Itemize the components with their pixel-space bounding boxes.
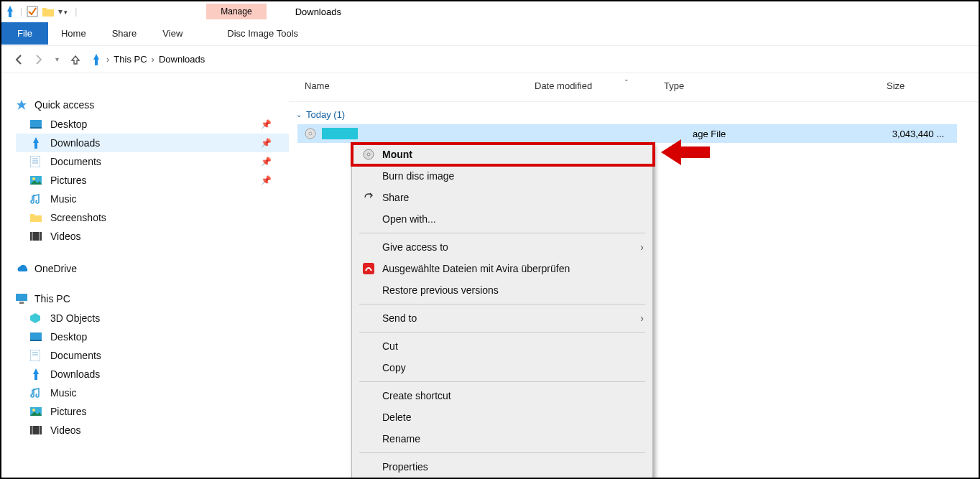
- file-name-selection: [322, 128, 358, 139]
- share-icon: [361, 192, 376, 203]
- sidebar-item-desktop[interactable]: Desktop 📌: [16, 115, 289, 134]
- sidebar-item-label: Documents: [50, 350, 101, 361]
- menu-item-mount[interactable]: Mount: [352, 144, 652, 165]
- download-arrow-icon: [30, 368, 43, 380]
- sidebar-item-pc-pictures[interactable]: Pictures: [16, 402, 289, 421]
- chevron-right-icon[interactable]: ›: [106, 54, 109, 65]
- ribbon-tab-home[interactable]: Home: [48, 22, 99, 45]
- sidebar-item-label: Documents: [50, 156, 101, 167]
- menu-separator: [359, 233, 645, 233]
- svg-rect-10: [32, 232, 33, 241]
- navigation-pane: Quick access Desktop 📌 Downloads 📌 Docum…: [1, 73, 289, 478]
- sidebar-item-documents[interactable]: Documents 📌: [16, 152, 289, 171]
- svg-point-25: [309, 132, 312, 135]
- column-header-name[interactable]: Name: [297, 78, 527, 94]
- chevron-right-icon[interactable]: ›: [152, 54, 154, 65]
- qat-overflow-icon[interactable]: ▾: [58, 6, 68, 17]
- download-arrow-icon: [91, 54, 102, 65]
- svg-rect-23: [39, 426, 40, 434]
- ribbon-tab-share[interactable]: Share: [99, 22, 150, 45]
- group-today[interactable]: ⌄ Today (1): [289, 102, 979, 124]
- disc-icon: [361, 149, 376, 160]
- 3d-objects-icon: [30, 313, 43, 323]
- sidebar-item-label: Videos: [50, 424, 81, 436]
- column-header-size[interactable]: Size: [879, 78, 951, 94]
- ribbon-contextual-tab-manage[interactable]: Manage: [206, 4, 266, 19]
- onedrive-icon: [16, 264, 29, 273]
- quick-access-toolbar: | ▾ |: [1, 6, 84, 17]
- qat-checkbox-icon[interactable]: [27, 6, 38, 17]
- ribbon-tab-view[interactable]: View: [149, 22, 195, 45]
- sidebar-item-pc-videos[interactable]: Videos: [16, 421, 289, 440]
- desktop-icon: [30, 120, 43, 129]
- context-menu: Mount Burn disc image Share Open with...…: [351, 143, 653, 478]
- thispc-header[interactable]: This PC: [16, 289, 289, 309]
- documents-icon: [30, 350, 43, 361]
- videos-icon: [30, 426, 43, 434]
- breadcrumb-bar[interactable]: › This PC › Downloads: [91, 54, 970, 65]
- menu-item-rename[interactable]: Rename: [352, 428, 652, 450]
- sidebar-item-screenshots[interactable]: Screenshots: [16, 208, 289, 227]
- back-button[interactable]: [10, 50, 29, 69]
- sidebar-item-pc-documents[interactable]: Documents: [16, 346, 289, 365]
- download-arrow-icon: [30, 137, 43, 149]
- sidebar-item-music[interactable]: Music: [16, 190, 289, 208]
- file-row[interactable]: age File 3,043,440 ...: [297, 124, 957, 143]
- menu-item-avira[interactable]: Ausgewählte Dateien mit Avira überprüfen: [352, 258, 652, 279]
- column-header-date[interactable]: Date modified ⌄: [527, 78, 657, 94]
- menu-separator: [359, 381, 645, 382]
- menu-item-shortcut[interactable]: Create shortcut: [352, 385, 652, 406]
- menu-item-openwith[interactable]: Open with...: [352, 208, 652, 230]
- menu-separator: [359, 332, 645, 332]
- menu-item-share[interactable]: Share: [352, 187, 652, 208]
- svg-rect-15: [30, 340, 42, 341]
- quick-access-header[interactable]: Quick access: [16, 95, 289, 115]
- pin-icon: 📌: [261, 157, 272, 167]
- recent-locations-button[interactable]: ▾: [47, 50, 66, 69]
- sidebar-item-pc-downloads[interactable]: Downloads: [16, 365, 289, 383]
- sort-indicator-icon: ⌄: [624, 75, 629, 83]
- menu-item-burn[interactable]: Burn disc image: [352, 165, 652, 187]
- sidebar-item-3dobjects[interactable]: 3D Objects: [16, 309, 289, 327]
- thispc-label: This PC: [34, 293, 70, 304]
- svg-rect-11: [39, 232, 40, 241]
- menu-item-giveaccess[interactable]: Give access to›: [352, 236, 652, 258]
- menu-item-restore[interactable]: Restore previous versions: [352, 279, 652, 301]
- breadcrumb-this-pc[interactable]: This PC: [114, 54, 147, 65]
- sidebar-item-label: Videos: [50, 231, 81, 242]
- svg-point-27: [367, 153, 370, 156]
- svg-rect-3: [30, 156, 40, 167]
- folder-icon: [30, 213, 43, 222]
- ribbon-tabs: File Home Share View Disc Image Tools: [1, 22, 979, 46]
- menu-item-copy[interactable]: Copy: [352, 357, 652, 378]
- sidebar-item-label: Downloads: [50, 137, 100, 149]
- sidebar-item-pictures[interactable]: Pictures 📌: [16, 171, 289, 190]
- sidebar-item-videos[interactable]: Videos: [16, 227, 289, 246]
- svg-rect-12: [16, 294, 27, 301]
- svg-rect-1: [30, 120, 42, 127]
- column-header-type[interactable]: Type: [657, 78, 879, 94]
- svg-rect-14: [30, 332, 42, 340]
- sidebar-item-pc-desktop[interactable]: Desktop: [16, 327, 289, 346]
- menu-item-delete[interactable]: Delete: [352, 406, 652, 428]
- onedrive-header[interactable]: OneDrive: [16, 259, 289, 279]
- onedrive-label: OneDrive: [34, 263, 77, 274]
- menu-item-sendto[interactable]: Send to›: [352, 307, 652, 329]
- forward-button[interactable]: [29, 50, 47, 69]
- ribbon-tab-file[interactable]: File: [1, 22, 48, 45]
- folder-icon[interactable]: [42, 6, 54, 17]
- explorer-icon: [4, 6, 16, 17]
- sidebar-item-label: Music: [50, 387, 77, 399]
- menu-item-cut[interactable]: Cut: [352, 335, 652, 357]
- ribbon-tab-disc-image-tools[interactable]: Disc Image Tools: [218, 22, 307, 45]
- desktop-icon: [30, 332, 43, 341]
- breadcrumb-downloads[interactable]: Downloads: [159, 54, 205, 65]
- thispc-icon: [16, 294, 29, 304]
- menu-separator: [359, 304, 645, 304]
- address-bar-row: ▾ › This PC › Downloads: [1, 46, 979, 73]
- sidebar-item-downloads[interactable]: Downloads 📌: [16, 134, 289, 152]
- up-button[interactable]: [66, 50, 85, 69]
- sidebar-item-pc-music[interactable]: Music: [16, 383, 289, 402]
- menu-item-properties[interactable]: Properties: [352, 456, 652, 478]
- column-headers: Name Date modified ⌄ Type Size: [289, 73, 979, 102]
